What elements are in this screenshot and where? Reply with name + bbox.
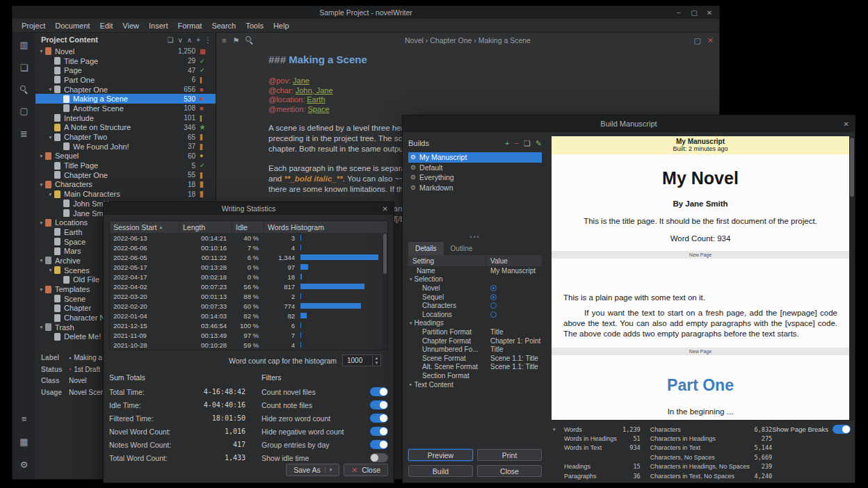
- build-button[interactable]: Build: [408, 465, 473, 477]
- settings-gear-icon[interactable]: ⚙: [19, 459, 30, 471]
- tree-item[interactable]: ▾Characters18||||: [35, 180, 216, 190]
- filter-toggle[interactable]: [370, 453, 388, 462]
- session-row[interactable]: 2021-12-1503:46:54100 %6: [110, 320, 387, 330]
- collapse-all-icon[interactable]: ∧: [187, 36, 192, 44]
- search-icon[interactable]: [20, 86, 29, 94]
- build-titlebar[interactable]: Build Manuscript ✕: [403, 115, 855, 132]
- session-row[interactable]: 2022-04-1700:02:180 %18: [110, 272, 387, 282]
- keyword-value[interactable]: Space: [307, 105, 329, 113]
- more-options-icon[interactable]: ⋮: [204, 36, 211, 44]
- filter-toggle[interactable]: [370, 387, 388, 396]
- filter-toggle[interactable]: [370, 440, 388, 449]
- writing-stats-icon[interactable]: ▦: [19, 437, 30, 448]
- session-row[interactable]: 2022-06-1300:14:2140 %3: [110, 233, 387, 243]
- expander-icon[interactable]: ▾: [47, 134, 54, 140]
- expander-icon[interactable]: ▾: [47, 267, 54, 273]
- expander-icon[interactable]: ▾: [38, 220, 45, 226]
- tree-item[interactable]: Title Page5✓: [35, 161, 216, 170]
- expander-icon[interactable]: ▾: [410, 277, 412, 282]
- tree-item[interactable]: ▾Novel1,250▤: [35, 47, 216, 56]
- expander-icon[interactable]: ▾: [38, 181, 45, 188]
- tree-item[interactable]: Part One6||: [35, 75, 216, 85]
- expander-icon[interactable]: ▾: [38, 48, 45, 54]
- scrollbar-thumb[interactable]: [850, 138, 854, 197]
- scrollbar-thumb[interactable]: [383, 234, 387, 274]
- novel-view-icon[interactable]: ❏: [19, 63, 30, 74]
- doc-stack-icon[interactable]: ❏: [168, 36, 174, 44]
- tree-item[interactable]: We Found John!37|||: [35, 142, 216, 152]
- doc-info-icon[interactable]: ≡: [222, 36, 226, 44]
- session-row[interactable]: 2022-03-2000:01:1388 %2: [110, 291, 387, 301]
- close-icon[interactable]: ✕: [383, 202, 388, 215]
- menu-search[interactable]: Search: [207, 22, 241, 30]
- setting-row[interactable]: Sequel: [408, 293, 542, 302]
- outline-view-icon[interactable]: ≣: [19, 129, 30, 140]
- session-row[interactable]: 2021-11-0900:13:4997 %7: [110, 330, 387, 340]
- maximize-icon[interactable]: ▢: [687, 9, 701, 17]
- keyword-value[interactable]: Jane: [293, 76, 310, 85]
- fullscreen-icon[interactable]: ▢: [693, 36, 700, 45]
- manuscript-preview[interactable]: My Manuscript Built: 2 minutes ago My No…: [552, 136, 849, 420]
- session-row[interactable]: 2021-10-2800:10:2859 %4: [110, 340, 387, 350]
- expander-icon[interactable]: ▾: [38, 286, 45, 293]
- splitter-handle[interactable]: •••: [408, 233, 542, 241]
- close-icon[interactable]: ✕: [844, 115, 849, 132]
- tree-item[interactable]: Another Scene108■: [35, 104, 216, 113]
- session-row[interactable]: 2022-06-0500:11:226 %1,344: [110, 252, 387, 262]
- tree-item[interactable]: Making a Scene530■: [35, 94, 216, 104]
- build-list-item[interactable]: ⚙My Manuscript: [408, 152, 542, 163]
- filter-toggle[interactable]: [370, 427, 388, 436]
- tab-details[interactable]: Details: [408, 242, 444, 255]
- tree-item[interactable]: A Note on Structure346★: [35, 123, 216, 133]
- keyword-value[interactable]: Earth: [307, 95, 325, 104]
- histogram-cap-value[interactable]: 1000: [343, 357, 372, 364]
- menu-insert[interactable]: Insert: [144, 22, 173, 30]
- close-button[interactable]: ✕ Close: [344, 464, 388, 476]
- radio-on-icon[interactable]: [490, 294, 497, 300]
- menu-format[interactable]: Format: [173, 22, 207, 30]
- expander-icon[interactable]: ▾: [47, 86, 54, 92]
- session-row[interactable]: 2022-04-0200:07:2356 %817: [110, 282, 387, 291]
- project-content-icon[interactable]: ▥: [19, 40, 30, 51]
- show-page-breaks-toggle[interactable]: [833, 425, 851, 434]
- session-row[interactable]: 2022-05-1700:13:280 %97: [110, 262, 387, 272]
- build-list-item[interactable]: ⚙Default: [408, 163, 542, 173]
- setting-row[interactable]: ▾Selection: [408, 275, 542, 284]
- setting-row[interactable]: Locations: [408, 310, 542, 319]
- spinner-arrows-icon[interactable]: ▲▼: [372, 356, 380, 366]
- preview-scrollbar[interactable]: [849, 136, 855, 420]
- save-as-button[interactable]: Save As ▾: [286, 464, 339, 476]
- close-document-icon[interactable]: ✕: [707, 36, 714, 45]
- expander-icon[interactable]: ▾: [410, 320, 412, 326]
- menu-tools[interactable]: Tools: [241, 22, 268, 30]
- main-titlebar[interactable]: Sample Project - novelWriter − ▢ ✕: [13, 6, 719, 19]
- session-row[interactable]: 2022-02-2000:07:3360 %774: [110, 301, 387, 311]
- minimize-icon[interactable]: −: [672, 9, 686, 17]
- duplicate-build-icon[interactable]: ❏: [524, 139, 531, 148]
- setting-row[interactable]: Unnumbered Fo...Title: [408, 345, 542, 354]
- menu-project[interactable]: Project: [17, 22, 50, 30]
- tree-item[interactable]: ▾Chapter One656■: [35, 85, 216, 95]
- filter-toggle[interactable]: [370, 414, 388, 423]
- tree-item[interactable]: Page47✓: [35, 65, 216, 75]
- radio-off-icon[interactable]: [490, 311, 497, 318]
- edit-build-icon[interactable]: ✎: [536, 139, 542, 148]
- preview-button[interactable]: Preview: [408, 449, 473, 461]
- chevron-down-icon[interactable]: ▾: [553, 427, 556, 432]
- print-button[interactable]: Print: [477, 449, 542, 461]
- histogram-cap-spinner[interactable]: 1000 ▲▼: [342, 355, 381, 366]
- menu-edit[interactable]: Edit: [95, 22, 118, 30]
- keyword-value[interactable]: John, Jane: [296, 86, 333, 95]
- setting-row[interactable]: NameMy Manuscript: [408, 266, 542, 275]
- menu-help[interactable]: Help: [268, 22, 294, 30]
- column-header[interactable]: Session Start▴: [110, 221, 179, 233]
- close-icon[interactable]: ✕: [702, 9, 716, 17]
- tree-item[interactable]: Chapter One55|||: [35, 170, 216, 180]
- search-icon[interactable]: [246, 36, 254, 44]
- document-view-icon[interactable]: ▢: [19, 106, 30, 117]
- menu-view[interactable]: View: [118, 22, 144, 30]
- expand-all-icon[interactable]: ∨: [178, 36, 183, 44]
- tree-item[interactable]: Title Page29✓: [35, 56, 216, 66]
- setting-row[interactable]: ▸Text Content: [408, 380, 542, 389]
- radio-off-icon[interactable]: [490, 302, 497, 309]
